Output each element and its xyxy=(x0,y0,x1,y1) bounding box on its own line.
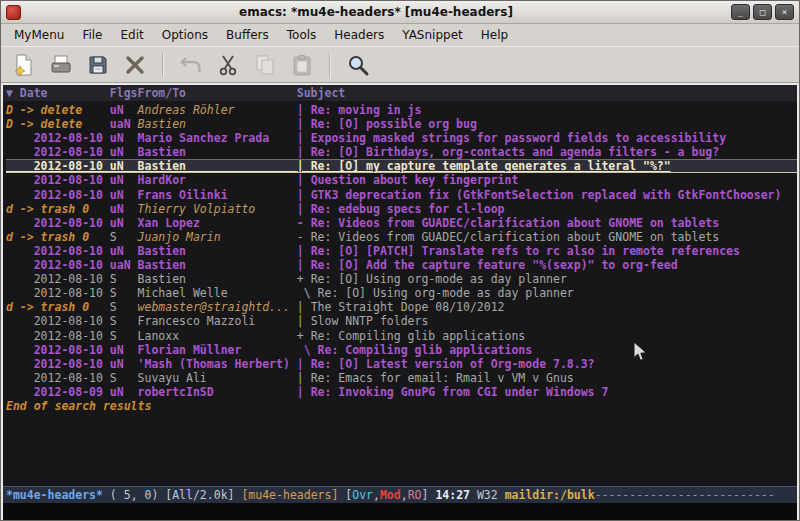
save-buffer-button[interactable] xyxy=(83,50,113,80)
message-from: webmaster@straightd... xyxy=(138,300,297,314)
message-from: Bastien xyxy=(138,258,297,272)
kill-buffer-button[interactable] xyxy=(120,50,150,80)
message-row[interactable]: 2012-08-10 uN Bastien | Re: [O] [PATCH] … xyxy=(6,244,797,258)
new-file-button[interactable] xyxy=(9,50,39,80)
message-from: 'Mash (Thomas Herbert) xyxy=(138,357,297,371)
message-date: 2012-08-10 xyxy=(6,357,110,371)
message-from: Bastien xyxy=(138,117,297,131)
message-flags: S xyxy=(110,272,138,286)
paste-icon xyxy=(290,53,314,77)
message-row[interactable]: 2012-08-10 S Michael Welle \ Re: [O] Usi… xyxy=(6,286,797,300)
column-header-subject[interactable]: Subject xyxy=(297,86,345,100)
message-from: Thierry Volpiatto xyxy=(138,202,297,216)
message-flags: S xyxy=(110,329,138,343)
message-row[interactable]: 2012-08-10 S Lanoxx + Re: Compiling glib… xyxy=(6,329,797,343)
message-date: 2012-08-10 xyxy=(6,371,110,385)
message-row[interactable]: d -> trash 0 S Juanjo Marin - Re: Videos… xyxy=(6,230,797,244)
message-subject: | Exposing masked strings for password f… xyxy=(297,131,726,145)
message-date: 2012-08-10 xyxy=(6,343,110,357)
menu-item-tools[interactable]: Tools xyxy=(278,25,326,45)
message-date: 2012-08-10 xyxy=(6,131,110,145)
modeline-major-mode[interactable]: [mu4e-headers] xyxy=(241,488,338,502)
emacs-frame: ▼ DateFlgsFrom/ToSubject D -> delete uN … xyxy=(1,83,799,520)
message-from: Florian Müllner xyxy=(138,343,297,357)
message-row[interactable]: 2012-08-10 uN Florian Müllner \ Re: Comp… xyxy=(6,343,797,357)
copy-button xyxy=(250,50,280,80)
message-flags: uN xyxy=(110,357,138,371)
message-row[interactable]: 2012-08-09 uN robertcInSD | Re: Invoking… xyxy=(6,385,797,399)
open-file-button[interactable] xyxy=(46,50,76,80)
column-header-from[interactable]: From/To xyxy=(138,85,297,101)
message-subject: | Question about key fingerprint xyxy=(297,173,519,187)
window-menu-icon[interactable] xyxy=(6,5,21,20)
message-row[interactable]: 2012-08-10 S Suvayu Ali | Re: Emacs for … xyxy=(6,371,797,385)
message-subject: | The Straight Dope 08/10/2012 xyxy=(297,300,505,314)
modeline-flag-modified: Mod xyxy=(380,488,401,502)
menu-item-yasnippet[interactable]: YASnippet xyxy=(393,25,472,45)
menu-item-headers[interactable]: Headers xyxy=(325,25,393,45)
message-flags: uaN xyxy=(110,117,138,131)
message-from: Juanjo Marin xyxy=(138,230,297,244)
header-line: ▼ DateFlgsFrom/ToSubject xyxy=(3,85,797,101)
modeline-maildir-path: maildir:/bulk xyxy=(505,488,595,502)
message-date: 2012-08-10 xyxy=(6,188,110,202)
column-header-date[interactable]: ▼ Date xyxy=(6,85,110,101)
message-subject: \ Re: Compiling glib applications xyxy=(297,343,532,357)
message-row[interactable]: 2012-08-10 uN HardKor | Question about k… xyxy=(6,173,797,187)
maximize-button[interactable]: □ xyxy=(753,4,772,20)
end-of-results-label: End of search results xyxy=(6,399,797,413)
message-subject: | Re: edebug specs for cl-loop xyxy=(297,202,505,216)
new-file-icon xyxy=(12,53,36,77)
menu-item-mymenu[interactable]: MyMenu xyxy=(5,25,73,45)
message-row[interactable]: 2012-08-10 uN Bastien | Re: [O] my captu… xyxy=(6,159,797,173)
menu-item-help[interactable]: Help xyxy=(472,25,517,45)
modeline-buffer-name[interactable]: *mu4e-headers* xyxy=(6,488,103,502)
message-row[interactable]: D -> delete uaN Bastien | Re: [O] possib… xyxy=(6,117,797,131)
menu-item-edit[interactable]: Edit xyxy=(112,25,153,45)
open-file-icon xyxy=(49,53,73,77)
mode-line[interactable]: *mu4e-headers* ( 5, 0) [All/2.0k] [mu4e-… xyxy=(3,486,797,503)
message-date: 2012-08-10 xyxy=(6,216,110,230)
modeline-count: [All/2.0k] xyxy=(165,488,241,502)
message-from: HardKor xyxy=(138,173,297,187)
message-row[interactable]: d -> trash 0 S webmaster@straightd... | … xyxy=(6,300,797,314)
window-title: emacs: *mu4e-headers* [mu4e-headers] xyxy=(27,5,725,19)
close-button[interactable]: × xyxy=(775,4,794,20)
message-row[interactable]: 2012-08-10 uN Mario Sanchez Prada | Expo… xyxy=(6,131,797,145)
message-date: d -> trash 0 xyxy=(6,230,110,244)
minimize-button[interactable]: _ xyxy=(731,4,750,20)
message-row[interactable]: 2012-08-10 uN Xan Lopez - Re: Videos fro… xyxy=(6,216,797,230)
message-flags: uN xyxy=(110,131,138,145)
echo-area[interactable] xyxy=(3,503,797,520)
message-row[interactable]: 2012-08-10 S Bastien + Re: [O] Using org… xyxy=(6,272,797,286)
message-from: Michael Welle xyxy=(138,286,297,300)
message-row[interactable]: 2012-08-10 uN Bastien | Re: [O] Birthday… xyxy=(6,145,797,159)
message-flags: uN xyxy=(110,385,138,399)
kill-buffer-icon xyxy=(123,53,147,77)
message-list: D -> delete uN Andreas Röhler | Re: movi… xyxy=(3,101,797,486)
search-button[interactable] xyxy=(343,50,373,80)
message-date: 2012-08-10 xyxy=(6,173,110,187)
column-header-flags[interactable]: Flgs xyxy=(110,85,138,101)
message-date: 2012-08-10 xyxy=(6,145,110,159)
message-flags: S xyxy=(110,286,138,300)
message-row[interactable]: D -> delete uN Andreas Röhler | Re: movi… xyxy=(6,103,797,117)
message-from: Lanoxx xyxy=(138,329,297,343)
message-row[interactable]: 2012-08-10 uaN Bastien | Re: [O] Add the… xyxy=(6,258,797,272)
message-subject: | Re: [O] Add the capture feature "%(sex… xyxy=(297,258,678,272)
message-date: 2012-08-10 xyxy=(6,244,110,258)
message-row[interactable]: 2012-08-10 uN Frans Oilinki | GTK3 depre… xyxy=(6,188,797,202)
menu-item-options[interactable]: Options xyxy=(153,25,217,45)
menu-item-buffers[interactable]: Buffers xyxy=(217,25,278,45)
cut-button[interactable] xyxy=(213,50,243,80)
message-subject: - Re: Videos from GUADEC/clarification a… xyxy=(297,230,719,244)
message-subject: \ Re: [O] Using org-mode as day planner xyxy=(297,286,574,300)
message-row[interactable]: 2012-08-10 uN 'Mash (Thomas Herbert) | R… xyxy=(6,357,797,371)
message-row[interactable]: d -> trash 0 uN Thierry Volpiatto | Re: … xyxy=(6,202,797,216)
message-from: Francesco Mazzoli xyxy=(138,314,297,328)
message-row[interactable]: 2012-08-10 S Francesco Mazzoli | Slow NN… xyxy=(6,314,797,328)
message-flags: uN xyxy=(110,159,138,173)
message-subject: | Slow NNTP folders xyxy=(297,314,429,328)
menu-item-file[interactable]: File xyxy=(73,25,111,45)
message-from: Bastien xyxy=(138,159,297,173)
